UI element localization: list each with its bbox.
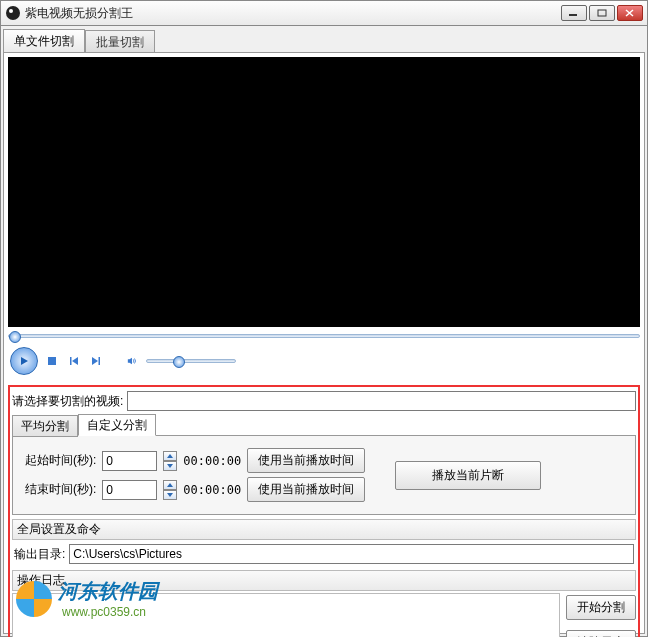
log-area: 河东软件园 www.pc0359.cn [12,593,560,637]
next-button[interactable] [88,353,104,369]
custom-split-panel: 起始时间(秒): 00:00:00 使用当前播放时间 结束时间(秒): [12,435,636,515]
end-time-label: 结束时间(秒): [25,481,96,498]
output-dir-label: 输出目录: [14,546,65,563]
svg-point-1 [9,9,13,13]
video-path-input[interactable] [127,391,636,411]
use-current-start-button[interactable]: 使用当前播放时间 [247,448,365,473]
video-preview[interactable] [8,57,640,327]
stop-button[interactable] [44,353,60,369]
app-icon [5,5,21,21]
start-timecode: 00:00:00 [183,454,241,468]
watermark-url: www.pc0359.cn [62,605,158,619]
svg-rect-4 [48,357,56,365]
svg-rect-6 [99,357,101,365]
start-spin-down[interactable] [163,461,177,471]
watermark: 河东软件园 www.pc0359.cn [16,578,158,619]
window-title: 紫电视频无损分割王 [25,5,561,22]
start-spin-up[interactable] [163,451,177,461]
tab-batch[interactable]: 批量切割 [85,30,155,54]
clear-log-button[interactable]: 清除日志 [566,630,636,637]
prev-button[interactable] [66,353,82,369]
end-spin-up[interactable] [163,480,177,490]
svg-rect-3 [598,10,606,16]
play-segment-button[interactable]: 播放当前片断 [395,461,541,490]
subtab-average[interactable]: 平均分割 [12,415,78,437]
volume-slider[interactable] [146,359,236,363]
highlight-region: 请选择要切割的视频: 平均分割 自定义分割 起始时间(秒): [8,385,640,637]
main-tabstrip: 单文件切割 批量切割 [3,28,645,52]
seek-thumb[interactable] [9,331,21,343]
tab-content: 请选择要切割的视频: 平均分割 自定义分割 起始时间(秒): [3,52,645,634]
watermark-name: 河东软件园 [58,578,158,605]
output-dir-input[interactable] [69,544,634,564]
seek-bar[interactable] [8,331,640,341]
volume-thumb[interactable] [173,356,185,368]
global-settings-title: 全局设置及命令 [12,519,636,540]
titlebar: 紫电视频无损分割王 [0,0,648,26]
tab-single-file[interactable]: 单文件切割 [3,29,85,53]
svg-rect-2 [569,14,577,16]
volume-icon[interactable] [124,353,140,369]
use-current-end-button[interactable]: 使用当前播放时间 [247,477,365,502]
svg-point-0 [6,6,20,20]
start-time-input[interactable] [102,451,157,471]
subtab-custom[interactable]: 自定义分割 [78,414,156,436]
play-button[interactable] [10,347,38,375]
maximize-button[interactable] [589,5,615,21]
svg-rect-5 [70,357,72,365]
end-spin-down[interactable] [163,490,177,500]
close-button[interactable] [617,5,643,21]
watermark-icon [16,581,52,617]
end-timecode: 00:00:00 [183,483,241,497]
select-video-label: 请选择要切割的视频: [12,393,123,410]
start-split-button[interactable]: 开始分割 [566,595,636,620]
minimize-button[interactable] [561,5,587,21]
start-time-label: 起始时间(秒): [25,452,96,469]
end-time-input[interactable] [102,480,157,500]
